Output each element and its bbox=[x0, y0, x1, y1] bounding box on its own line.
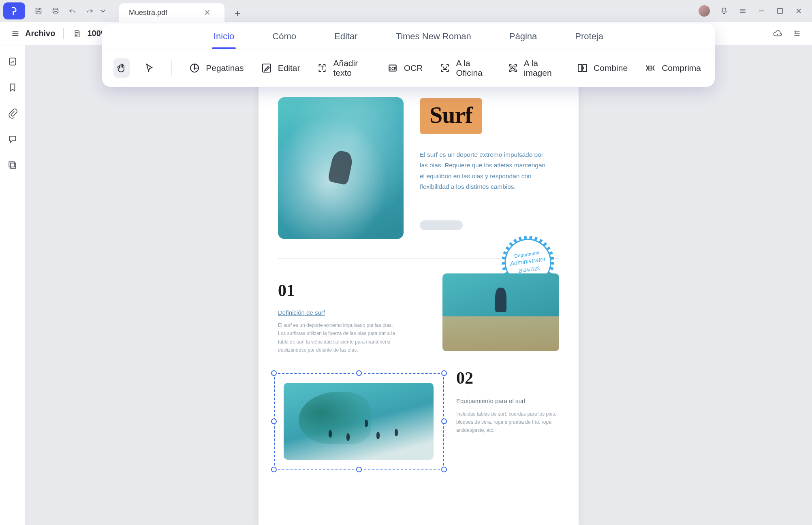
section-02-row: 02 Equipamiento para el surf Incluidas t… bbox=[278, 359, 559, 465]
secondbar-right bbox=[772, 28, 802, 39]
anadir-texto-tool[interactable]: Añadir texto bbox=[314, 55, 372, 81]
ribbon-tab-editar[interactable]: Editar bbox=[333, 25, 359, 48]
svg-text:OCR: OCR bbox=[389, 66, 397, 70]
file-menu[interactable]: Archivo bbox=[25, 29, 55, 38]
svg-rect-3 bbox=[11, 163, 16, 169]
panel-toggle-icon[interactable] bbox=[792, 28, 802, 39]
svg-rect-2 bbox=[9, 58, 15, 65]
hero-image[interactable] bbox=[278, 97, 404, 239]
a-la-imagen-tool[interactable]: A la imagen bbox=[504, 55, 562, 81]
section-02: 02 Equipamiento para el surf Incluidas t… bbox=[456, 359, 559, 435]
section-link[interactable]: Definición de surf bbox=[278, 309, 325, 316]
close-tab-icon[interactable]: ✕ bbox=[204, 8, 211, 17]
svg-rect-4 bbox=[9, 162, 14, 167]
editar-tool[interactable]: Editar bbox=[258, 58, 303, 78]
ribbon-tools: Pegatinas Editar Añadir texto OCROCR A l… bbox=[102, 49, 715, 87]
titlebar-right bbox=[699, 5, 809, 17]
selection-handle-w[interactable] bbox=[271, 418, 277, 424]
selection-handle-se[interactable] bbox=[441, 467, 447, 472]
comprima-tool[interactable]: Comprima bbox=[641, 58, 703, 78]
document-tab[interactable]: Muestra.pdf ✕ bbox=[119, 3, 224, 22]
combine-tool[interactable]: Combine bbox=[573, 58, 630, 78]
separator bbox=[171, 60, 172, 76]
close-window-icon[interactable] bbox=[794, 6, 803, 15]
selection-handle-ne[interactable] bbox=[441, 370, 447, 376]
titlebar-left bbox=[3, 2, 108, 19]
app-logo[interactable] bbox=[3, 2, 25, 19]
separator bbox=[63, 28, 64, 39]
ocr-icon: OCR bbox=[386, 62, 399, 75]
tool-label: A la imagen bbox=[524, 58, 560, 78]
placeholder-pill bbox=[420, 220, 463, 230]
menu-icon[interactable] bbox=[738, 6, 747, 15]
section-number[interactable]: 02 bbox=[456, 368, 559, 388]
hero-section: Surf El surf es un deporte extremo impul… bbox=[278, 97, 559, 239]
selection-handle-e[interactable] bbox=[441, 418, 447, 424]
user-avatar[interactable] bbox=[699, 5, 710, 17]
combine-icon bbox=[576, 62, 589, 75]
ribbon-tab-pagina[interactable]: Página bbox=[508, 25, 539, 48]
add-text-icon bbox=[316, 62, 328, 75]
ribbon-tab-font[interactable]: Times New Roman bbox=[394, 25, 473, 48]
left-rail bbox=[0, 45, 25, 525]
tool-label: Combine bbox=[594, 63, 628, 73]
bookmark-icon[interactable] bbox=[7, 82, 18, 93]
attachment-icon[interactable] bbox=[7, 108, 18, 119]
tool-label: A la Oficina bbox=[456, 58, 490, 78]
ribbon-tab-como[interactable]: Cómo bbox=[271, 25, 298, 48]
document-icon[interactable] bbox=[72, 28, 82, 39]
dropdown-icon[interactable] bbox=[98, 2, 108, 19]
print-icon[interactable] bbox=[47, 2, 64, 19]
tool-label: OCR bbox=[404, 63, 423, 73]
tool-label: Comprima bbox=[662, 63, 701, 73]
section-01-image[interactable] bbox=[442, 273, 559, 351]
sticker-icon bbox=[188, 62, 201, 75]
selection-handle-nw[interactable] bbox=[271, 370, 277, 376]
save-icon[interactable] bbox=[30, 2, 47, 19]
maximize-icon[interactable] bbox=[776, 6, 784, 15]
hero-text: Surf El surf es un deporte extremo impul… bbox=[420, 97, 559, 230]
section-subtitle[interactable]: Equipamiento para el surf bbox=[456, 397, 559, 404]
ribbon-tab-inicio[interactable]: Inicio bbox=[212, 25, 236, 48]
selection-handle-sw[interactable] bbox=[271, 467, 277, 472]
to-office-icon bbox=[439, 62, 451, 75]
redo-icon[interactable] bbox=[81, 2, 98, 19]
selected-image[interactable] bbox=[284, 383, 434, 460]
hand-tool[interactable] bbox=[113, 58, 130, 78]
document-area[interactable]: Surf El surf es un deporte extremo impul… bbox=[25, 45, 812, 525]
compress-icon bbox=[644, 62, 657, 75]
tool-label: Pegatinas bbox=[206, 63, 244, 73]
undo-icon[interactable] bbox=[64, 2, 81, 19]
section-body[interactable]: Incluidas tablas de surf, cuerdas para l… bbox=[456, 410, 559, 435]
hero-description[interactable]: El surf es un deporte extremo impulsado … bbox=[420, 149, 549, 192]
a-la-oficina-tool[interactable]: A la Oficina bbox=[436, 55, 493, 81]
section-number[interactable]: 01 bbox=[278, 281, 426, 300]
ribbon-tabs: Inicio Cómo Editar Times New Roman Págin… bbox=[102, 23, 715, 49]
comment-icon[interactable] bbox=[7, 134, 18, 145]
selection-handle-n[interactable] bbox=[356, 370, 362, 376]
selected-image-wrapper[interactable] bbox=[278, 377, 440, 465]
pegatinas-tool[interactable]: Pegatinas bbox=[186, 58, 246, 78]
pdf-page[interactable]: Surf El surf es un deporte extremo impul… bbox=[259, 74, 579, 525]
ribbon: Inicio Cómo Editar Times New Roman Págin… bbox=[102, 23, 715, 87]
tool-label: Editar bbox=[278, 63, 300, 73]
surf-title-badge[interactable]: Surf bbox=[420, 98, 482, 134]
ocr-tool[interactable]: OCROCR bbox=[384, 58, 425, 78]
thumbnails-icon[interactable] bbox=[7, 56, 18, 67]
bell-icon[interactable] bbox=[720, 6, 729, 15]
ribbon-tab-proteja[interactable]: Proteja bbox=[573, 25, 605, 48]
new-tab-button[interactable]: ＋ bbox=[229, 4, 246, 22]
section-body[interactable]: El surf es un deporte extremo impulsado … bbox=[278, 321, 400, 354]
cloud-icon[interactable] bbox=[772, 28, 783, 39]
minimize-icon[interactable] bbox=[757, 6, 766, 15]
selection-handle-s[interactable] bbox=[356, 467, 362, 472]
hamburger-icon[interactable] bbox=[10, 28, 21, 39]
to-image-icon bbox=[507, 62, 519, 75]
tab-title: Muestra.pdf bbox=[129, 9, 167, 17]
select-tool[interactable] bbox=[141, 58, 158, 78]
svg-rect-0 bbox=[778, 9, 782, 13]
title-bar: Muestra.pdf ✕ ＋ bbox=[0, 0, 812, 22]
section-01: 01 Definición de surf El surf es un depo… bbox=[278, 273, 426, 354]
section-01-row: 01 Definición de surf El surf es un depo… bbox=[278, 273, 559, 354]
layers-icon[interactable] bbox=[7, 160, 18, 171]
